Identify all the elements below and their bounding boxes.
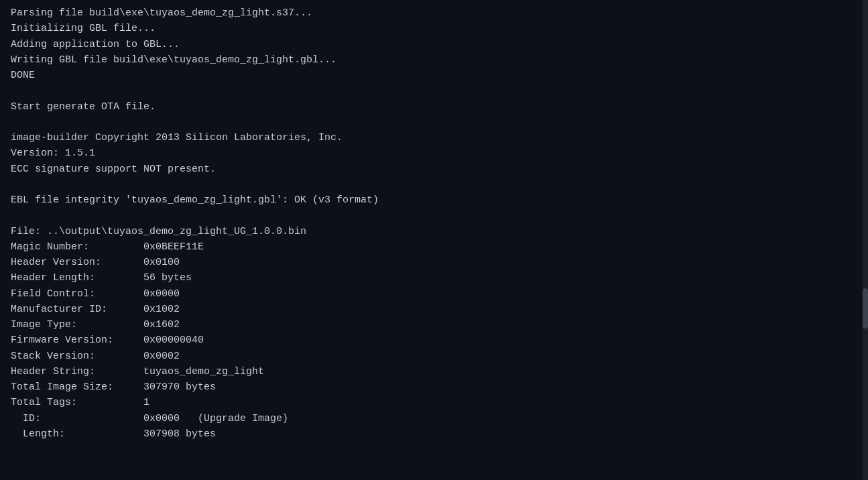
- terminal-line: ID: 0x0000 (Upgrade Image): [11, 411, 857, 426]
- terminal-line: Header Version: 0x0100: [11, 255, 857, 270]
- terminal-line: ECC signature support NOT present.: [11, 162, 857, 177]
- terminal-line: Firmware Version: 0x00000040: [11, 333, 857, 348]
- scrollbar[interactable]: [863, 0, 868, 480]
- terminal-line: Field Control: 0x0000: [11, 286, 857, 302]
- terminal-line: image-builder Copyright 2013 Silicon Lab…: [11, 130, 857, 145]
- terminal-line: Writing GBL file build\exe\tuyaos_demo_z…: [11, 52, 857, 68]
- terminal-line: EBL file integrity 'tuyaos_demo_zg_light…: [11, 192, 857, 208]
- terminal-line: Image Type: 0x1602: [11, 317, 857, 333]
- terminal-line: Header String: tuyaos_demo_zg_light: [11, 364, 857, 379]
- terminal-line: Adding application to GBL...: [11, 37, 857, 52]
- terminal-line: Start generate OTA file.: [11, 99, 857, 115]
- terminal-line: DONE: [11, 68, 857, 83]
- terminal-line: Length: 307908 bytes: [11, 426, 857, 442]
- terminal-line: Initializing GBL file...: [11, 21, 857, 36]
- terminal-line: File: ..\output\tuyaos_demo_zg_light_UG_…: [11, 224, 857, 239]
- terminal-line: Total Image Size: 307970 bytes: [11, 379, 857, 395]
- terminal-line: Total Tags: 1: [11, 395, 857, 410]
- terminal-line: Manufacturer ID: 0x1002: [11, 302, 857, 317]
- terminal-line: Header Length: 56 bytes: [11, 270, 857, 286]
- terminal-line: Magic Number: 0x0BEEF11E: [11, 239, 857, 255]
- terminal-output: Parsing file build\exe\tuyaos_demo_zg_li…: [0, 0, 868, 480]
- terminal-line: Parsing file build\exe\tuyaos_demo_zg_li…: [11, 5, 857, 21]
- terminal-line: Stack Version: 0x0002: [11, 349, 857, 364]
- terminal-line: Version: 1.5.1: [11, 145, 857, 161]
- scrollbar-thumb[interactable]: [863, 288, 868, 328]
